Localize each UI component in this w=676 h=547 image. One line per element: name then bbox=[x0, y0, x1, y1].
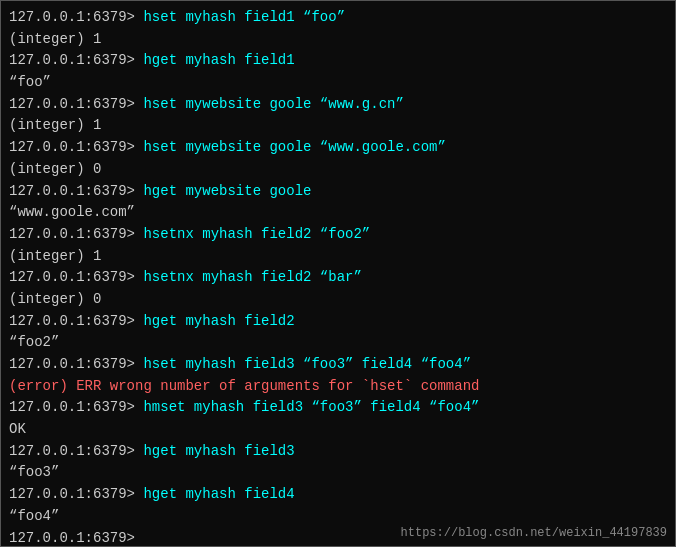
prompt-text: 127.0.0.1:6379> bbox=[9, 139, 143, 155]
prompt-text: 127.0.0.1:6379> bbox=[9, 183, 143, 199]
terminal-line: 127.0.0.1:6379> hget myhash field3 bbox=[9, 441, 667, 463]
terminal-line: (error) ERR wrong number of arguments fo… bbox=[9, 376, 667, 398]
terminal-line: 127.0.0.1:6379> hmset myhash field3 “foo… bbox=[9, 397, 667, 419]
terminal-line: (integer) 1 bbox=[9, 115, 667, 137]
terminal-line: 127.0.0.1:6379> hget myhash field2 bbox=[9, 311, 667, 333]
terminal-line: 127.0.0.1:6379> hsetnx myhash field2 “fo… bbox=[9, 224, 667, 246]
command-text: hmset myhash field3 “foo3” field4 “foo4” bbox=[143, 399, 479, 415]
terminal-line: “www.goole.com” bbox=[9, 202, 667, 224]
command-text: hget myhash field1 bbox=[143, 52, 294, 68]
terminal-line: (integer) 0 bbox=[9, 289, 667, 311]
command-text: hget myhash field3 bbox=[143, 443, 294, 459]
command-text: hset mywebsite goole “www.goole.com” bbox=[143, 139, 445, 155]
terminal-line: (integer) 1 bbox=[9, 29, 667, 51]
terminal-window: 127.0.0.1:6379> hset myhash field1 “foo”… bbox=[0, 0, 676, 547]
prompt-text: 127.0.0.1:6379> bbox=[9, 443, 143, 459]
terminal-line: 127.0.0.1:6379> hsetnx myhash field2 “ba… bbox=[9, 267, 667, 289]
terminal-output: 127.0.0.1:6379> hset myhash field1 “foo”… bbox=[9, 7, 667, 547]
watermark: https://blog.csdn.net/weixin_44197839 bbox=[401, 526, 667, 540]
prompt-text: 127.0.0.1:6379> bbox=[9, 96, 143, 112]
terminal-line: 127.0.0.1:6379> hset mywebsite goole “ww… bbox=[9, 137, 667, 159]
terminal-line: “foo2” bbox=[9, 332, 667, 354]
prompt-text: 127.0.0.1:6379> bbox=[9, 269, 143, 285]
command-text: hsetnx myhash field2 “foo2” bbox=[143, 226, 370, 242]
prompt-text: 127.0.0.1:6379> bbox=[9, 399, 143, 415]
terminal-line: 127.0.0.1:6379> hget myhash field4 bbox=[9, 484, 667, 506]
prompt-text: 127.0.0.1:6379> bbox=[9, 9, 143, 25]
terminal-line: OK bbox=[9, 419, 667, 441]
command-text: hget myhash field4 bbox=[143, 486, 294, 502]
prompt-text: 127.0.0.1:6379> bbox=[9, 486, 143, 502]
terminal-line: 127.0.0.1:6379> hset mywebsite goole “ww… bbox=[9, 94, 667, 116]
terminal-line: “foo3” bbox=[9, 462, 667, 484]
terminal-line: 127.0.0.1:6379> hget myhash field1 bbox=[9, 50, 667, 72]
command-text: hsetnx myhash field2 “bar” bbox=[143, 269, 361, 285]
command-text: hget myhash field2 bbox=[143, 313, 294, 329]
prompt-text: 127.0.0.1:6379> bbox=[9, 52, 143, 68]
command-text: hset myhash field1 “foo” bbox=[143, 9, 345, 25]
terminal-line: (integer) 1 bbox=[9, 246, 667, 268]
terminal-line: (integer) 0 bbox=[9, 159, 667, 181]
prompt-text: 127.0.0.1:6379> bbox=[9, 313, 143, 329]
terminal-line: 127.0.0.1:6379> hget mywebsite goole bbox=[9, 181, 667, 203]
command-text: hset myhash field3 “foo3” field4 “foo4” bbox=[143, 356, 471, 372]
command-text: hget mywebsite goole bbox=[143, 183, 311, 199]
command-text: hset mywebsite goole “www.g.cn” bbox=[143, 96, 403, 112]
prompt-text: 127.0.0.1:6379> bbox=[9, 356, 143, 372]
prompt-text: 127.0.0.1:6379> bbox=[9, 530, 143, 546]
terminal-line: 127.0.0.1:6379> hset myhash field1 “foo” bbox=[9, 7, 667, 29]
terminal-line: “foo” bbox=[9, 72, 667, 94]
terminal-line: 127.0.0.1:6379> hset myhash field3 “foo3… bbox=[9, 354, 667, 376]
terminal-line: “foo4” bbox=[9, 506, 667, 528]
prompt-text: 127.0.0.1:6379> bbox=[9, 226, 143, 242]
